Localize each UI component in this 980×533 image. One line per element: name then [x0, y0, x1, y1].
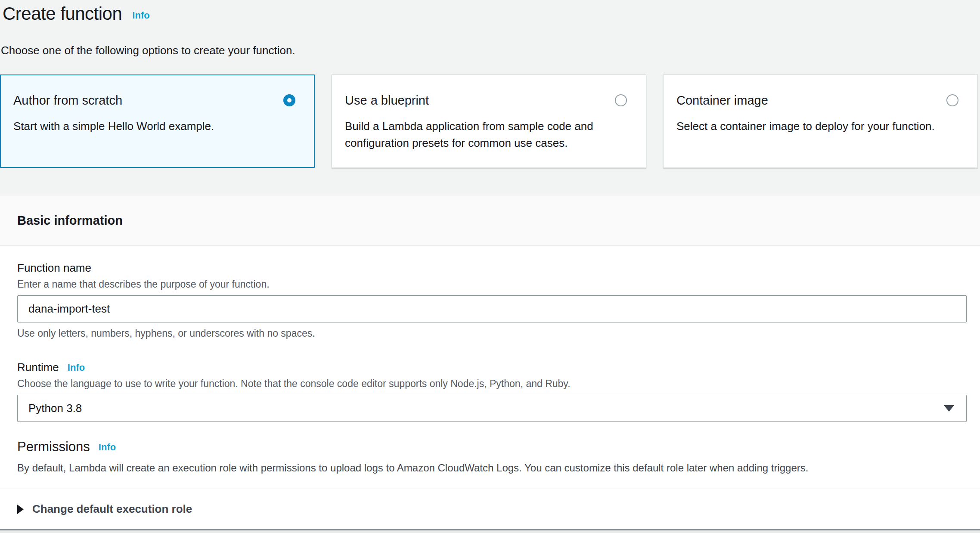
card-author-from-scratch-head: Author from scratch — [13, 93, 301, 108]
runtime-select-value: Python 3.8 — [28, 402, 82, 415]
function-name-constraint: Use only letters, numbers, hyphens, or u… — [17, 328, 963, 339]
page-title-row: Create function Info — [3, 3, 980, 25]
card-use-a-blueprint-head: Use a blueprint — [345, 93, 633, 108]
bottom-tail-strip — [0, 530, 980, 533]
function-name-label-row: Function name — [17, 261, 963, 274]
permissions-heading: Permissions — [17, 439, 90, 455]
dropdown-caret-icon — [944, 405, 954, 412]
card-container-image-head: Container image — [676, 93, 964, 108]
expand-caret-icon — [17, 505, 24, 514]
permissions-info-wrap: Info — [99, 442, 116, 453]
card-use-a-blueprint-title: Use a blueprint — [345, 93, 429, 108]
card-author-from-scratch-description: Start with a simple Hello World example. — [13, 118, 293, 135]
card-use-a-blueprint[interactable]: Use a blueprint Build a Lambda applicati… — [332, 74, 646, 168]
card-container-image-description: Select a container image to deploy for y… — [676, 118, 956, 135]
runtime-label: Runtime — [17, 361, 59, 374]
use-a-blueprint-radio-icon[interactable] — [615, 94, 627, 106]
card-use-a-blueprint-description: Build a Lambda application from sample c… — [345, 118, 625, 152]
permissions-info-link[interactable]: Info — [99, 442, 116, 452]
page-title-info-link[interactable]: Info — [132, 10, 149, 21]
function-name-label: Function name — [17, 261, 91, 274]
permissions-section: Permissions Info By default, Lambda will… — [17, 439, 963, 474]
permissions-heading-row: Permissions Info — [17, 439, 963, 455]
function-name-field: Function name Enter a name that describe… — [17, 261, 963, 339]
runtime-info-link[interactable]: Info — [68, 362, 85, 373]
card-author-from-scratch[interactable]: Author from scratch Start with a simple … — [0, 74, 315, 168]
change-default-execution-role-label: Change default execution role — [32, 502, 192, 516]
change-default-execution-role-expander[interactable]: Change default execution role — [0, 489, 980, 529]
function-name-description: Enter a name that describes the purpose … — [17, 279, 963, 290]
page-header-section: Create function Info Choose one of the f… — [0, 0, 980, 195]
container-image-radio-icon[interactable] — [946, 94, 958, 106]
page-subtitle: Choose one of the following options to c… — [1, 44, 980, 57]
runtime-label-row: Runtime Info — [17, 361, 963, 374]
creation-option-cards: Author from scratch Start with a simple … — [0, 74, 980, 168]
create-function-page: Create function Info Choose one of the f… — [0, 0, 980, 533]
runtime-description: Choose the language to use to write your… — [17, 378, 963, 390]
basic-information-body: Function name Enter a name that describe… — [0, 246, 980, 489]
author-from-scratch-radio-selected-icon[interactable] — [283, 94, 295, 106]
card-container-image[interactable]: Container image Select a container image… — [663, 74, 978, 168]
permissions-description: By default, Lambda will create an execut… — [17, 462, 963, 474]
runtime-info-wrap: Info — [68, 362, 85, 373]
runtime-select[interactable]: Python 3.8 — [17, 395, 967, 422]
card-author-from-scratch-title: Author from scratch — [13, 93, 122, 108]
basic-information-header: Basic information — [0, 195, 980, 246]
function-name-input[interactable] — [17, 295, 967, 322]
card-container-image-title: Container image — [676, 93, 768, 108]
page-title: Create function — [3, 3, 122, 25]
runtime-field: Runtime Info Choose the language to use … — [17, 361, 963, 422]
page-title-info-wrap: Info — [132, 10, 149, 21]
basic-information-heading: Basic information — [17, 214, 123, 228]
